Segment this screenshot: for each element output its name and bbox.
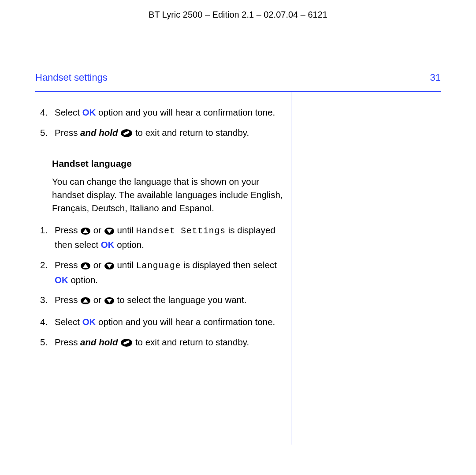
ok-label: OK	[55, 275, 68, 285]
page-number: 31	[430, 72, 441, 83]
ok-label: OK	[82, 317, 96, 327]
end-call-icon	[120, 337, 133, 351]
step-number: 5.	[35, 336, 50, 351]
step-row: 1. Press or until Handset Settings is di…	[35, 224, 283, 251]
right-column	[291, 92, 441, 445]
step-number: 5.	[35, 126, 50, 141]
and-hold: and hold	[80, 127, 118, 138]
step-row: 4. Select OK option and you will hear a …	[35, 106, 283, 119]
step-number: 4.	[35, 106, 50, 119]
end-call-icon	[120, 128, 133, 141]
step-number: 4.	[35, 315, 50, 329]
step-text: Press or to select the language you want…	[55, 293, 283, 308]
step-text: Press or until Language is displayed the…	[55, 258, 283, 286]
up-arrow-icon	[80, 295, 91, 308]
columns: 4. Select OK option and you will hear a …	[0, 92, 476, 445]
down-arrow-icon	[104, 295, 115, 308]
down-arrow-icon	[104, 225, 115, 239]
step-text: Press or until Handset Settings is displ…	[55, 224, 283, 251]
and-hold: and hold	[80, 337, 118, 347]
step-text: Press and hold to exit and return to sta…	[55, 126, 283, 141]
step-text: Select OK option and you will hear a con…	[55, 106, 283, 119]
title-row: Handset settings 31	[0, 20, 476, 83]
intro-paragraph: You can change the language that is show…	[52, 175, 283, 214]
step-text: Select OK option and you will hear a con…	[55, 315, 283, 329]
left-column: 4. Select OK option and you will hear a …	[35, 92, 291, 445]
up-arrow-icon	[80, 225, 91, 239]
section-title: Handset settings	[35, 72, 108, 83]
step-row: 4. Select OK option and you will hear a …	[35, 315, 283, 329]
step-row: 2. Press or until Language is displayed …	[35, 258, 283, 286]
down-arrow-icon	[104, 260, 115, 273]
step-row: 3. Press or to select the language you w…	[35, 293, 283, 308]
document-page: BT Lyric 2500 – Edition 2.1 – 02.07.04 –…	[0, 0, 476, 475]
step-row: 5. Press and hold to exit and return to …	[35, 126, 283, 141]
step-text: Press and hold to exit and return to sta…	[55, 336, 283, 351]
up-arrow-icon	[80, 260, 91, 273]
step-row: 5. Press and hold to exit and return to …	[35, 336, 283, 351]
ok-label: OK	[82, 107, 96, 117]
step-number: 3.	[35, 293, 50, 308]
document-header: BT Lyric 2500 – Edition 2.1 – 02.07.04 –…	[0, 0, 476, 20]
subheading: Handset language	[52, 158, 283, 169]
menu-display-text: Language	[136, 261, 181, 271]
step-number: 2.	[35, 258, 50, 286]
menu-display-text: Handset Settings	[136, 226, 226, 236]
ok-label: OK	[101, 239, 115, 250]
step-number: 1.	[35, 224, 50, 251]
